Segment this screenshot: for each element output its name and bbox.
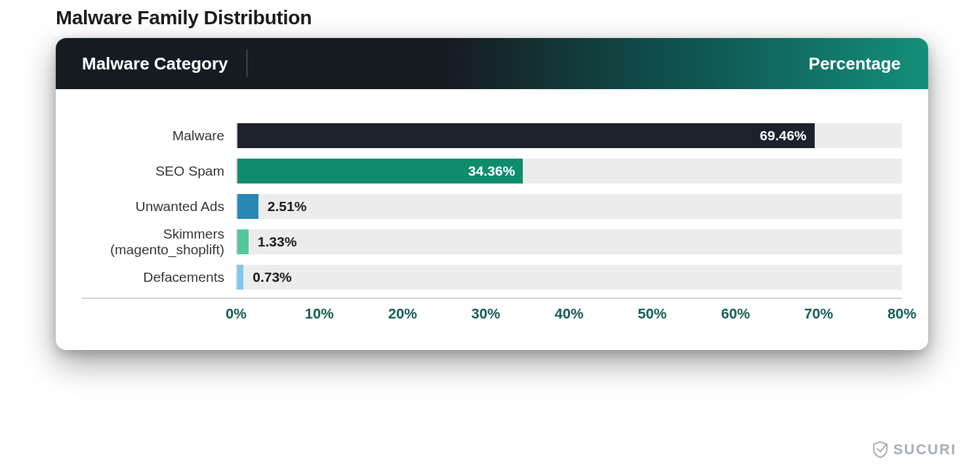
category-label: Unwanted Ads bbox=[82, 199, 236, 214]
category-label: SEO Spam bbox=[82, 163, 236, 179]
bar-fill bbox=[237, 194, 258, 219]
bar-fill bbox=[237, 265, 243, 290]
axis-tick: 20% bbox=[388, 305, 417, 322]
brand-watermark: SUCURI bbox=[872, 441, 956, 458]
header-left-label: Malware Category bbox=[82, 54, 228, 74]
bar-track: 0.73% bbox=[236, 265, 902, 290]
axis-spacer bbox=[82, 299, 236, 330]
bar-track: 34.36% bbox=[236, 159, 902, 184]
bar-fill: 69.46% bbox=[237, 123, 815, 148]
value-label: 69.46% bbox=[760, 128, 806, 144]
axis-ticks: 0%10%20%30%40%50%60%70%80% bbox=[236, 299, 902, 330]
axis-tick: 50% bbox=[638, 305, 666, 322]
header-left: Malware Category bbox=[82, 38, 247, 89]
axis-tick: 10% bbox=[305, 305, 334, 322]
chart-card: Malware Category Percentage Malware69.46… bbox=[56, 38, 928, 350]
axis-tick: 30% bbox=[472, 305, 500, 322]
chart-header: Malware Category Percentage bbox=[56, 38, 928, 89]
axis-tick: 80% bbox=[888, 305, 916, 322]
bar-track: 69.46% bbox=[236, 123, 902, 148]
chart-row: SEO Spam34.36% bbox=[82, 153, 902, 189]
chart-row: Defacements0.73% bbox=[82, 260, 902, 295]
category-label: Skimmers(magento_shoplift) bbox=[82, 226, 236, 257]
value-label: 1.33% bbox=[258, 234, 297, 250]
brand-shield-icon bbox=[872, 441, 888, 458]
page-title: Malware Family Distribution bbox=[56, 7, 954, 29]
category-label: Malware bbox=[82, 128, 236, 144]
x-axis: 0%10%20%30%40%50%60%70%80% bbox=[82, 298, 902, 330]
chart-area: Malware69.46%SEO Spam34.36%Unwanted Ads2… bbox=[56, 89, 928, 350]
bar-fill bbox=[237, 229, 249, 254]
chart-row: Malware69.46% bbox=[82, 118, 902, 153]
header-right-label: Percentage bbox=[809, 54, 901, 74]
bar-track: 2.51% bbox=[236, 194, 902, 219]
value-label: 2.51% bbox=[268, 199, 307, 214]
axis-tick: 60% bbox=[721, 305, 750, 322]
value-label: 34.36% bbox=[468, 163, 515, 179]
value-label: 0.73% bbox=[253, 269, 292, 285]
axis-tick: 40% bbox=[554, 305, 583, 322]
bar-track: 1.33% bbox=[236, 229, 902, 254]
header-divider bbox=[247, 50, 247, 77]
chart-row: Unwanted Ads2.51% bbox=[82, 189, 902, 224]
axis-tick: 0% bbox=[226, 305, 247, 322]
bar-fill: 34.36% bbox=[237, 159, 523, 184]
bars-container: Malware69.46%SEO Spam34.36%Unwanted Ads2… bbox=[82, 118, 902, 295]
chart: Malware69.46%SEO Spam34.36%Unwanted Ads2… bbox=[82, 118, 902, 295]
chart-row: Skimmers(magento_shoplift)1.33% bbox=[82, 224, 902, 260]
category-label: Defacements bbox=[82, 269, 236, 285]
brand-text: SUCURI bbox=[893, 441, 956, 458]
axis-tick: 70% bbox=[804, 305, 833, 322]
